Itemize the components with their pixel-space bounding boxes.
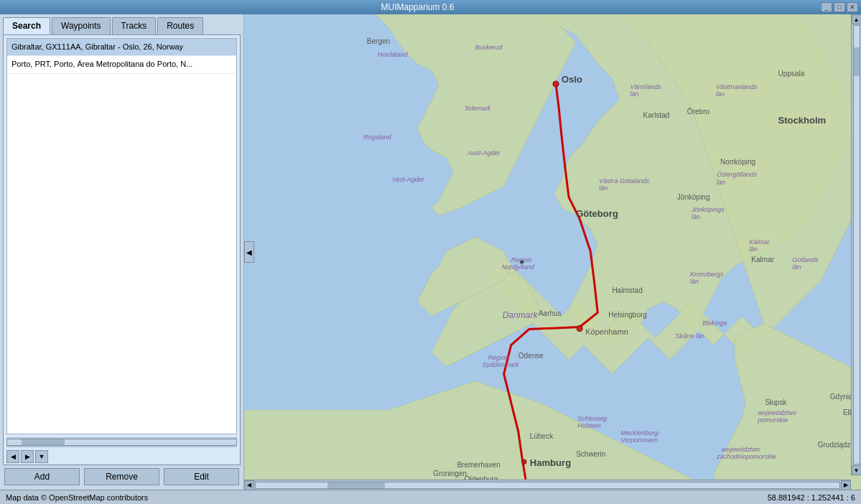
- city-label-stockholm: Stockholm: [778, 115, 826, 126]
- region-gotland: Gotlands: [793, 256, 819, 263]
- action-buttons: Add Remove Edit: [0, 465, 243, 490]
- map-view[interactable]: Oslo Stockholm Uppsala Göteborg Jönköpin…: [244, 14, 861, 490]
- region-syddanmark2: Syddanmark: [483, 361, 519, 368]
- tab-waypoints[interactable]: Waypoints: [52, 17, 111, 34]
- region-zachpom: województwo: [722, 446, 760, 453]
- title-bar: MUIMapparium 0.6 _ □ ✕: [0, 0, 861, 14]
- pagination-controls: ◀ ▶ ▼: [4, 449, 240, 465]
- region-vastragotaland2: län: [599, 185, 608, 192]
- scroll-left-arrow[interactable]: ◀: [244, 480, 254, 490]
- region-blekinge: Blekinge: [702, 319, 727, 327]
- region-skane: Skåne län: [676, 332, 704, 340]
- region-kronoberg: Kronobergs: [690, 271, 724, 278]
- city-label-groningen: Groningen: [433, 470, 467, 477]
- city-label-halmstad: Halmstad: [612, 286, 642, 294]
- coordinates-text: 58.881942 : 1.252441 : 6: [768, 493, 855, 502]
- region-mecklenburg2: Vorpommern: [620, 437, 658, 444]
- scrollbar-thumb[interactable]: [22, 439, 65, 445]
- close-button[interactable]: ✕: [847, 2, 858, 12]
- map-vertical-scrollbar[interactable]: ▲ ▼: [851, 14, 861, 475]
- region-buskerud: Buskerud: [475, 44, 503, 51]
- maximize-button[interactable]: □: [834, 2, 845, 12]
- map-svg: Oslo Stockholm Uppsala Göteborg Jönköpin…: [244, 14, 861, 490]
- horizontal-scrollbar[interactable]: [6, 437, 237, 447]
- city-label-aarhus: Aarhus: [539, 309, 562, 317]
- main-content: Search Waypoints Tracks Routes Gibraltar…: [0, 14, 861, 490]
- city-label-oslo: Oslo: [562, 74, 582, 85]
- sidebar-panel: Gibraltar, GX111AA, Gibraltar - Oslo, 26…: [3, 34, 241, 465]
- scroll-track-horizontal[interactable]: [255, 482, 840, 489]
- city-kopenhamn: [577, 325, 582, 331]
- small-marker: [520, 261, 523, 264]
- tab-bar: Search Waypoints Tracks Routes: [0, 14, 243, 34]
- scroll-thumb-vertical[interactable]: [854, 47, 860, 76]
- region-gotland2: län: [793, 263, 801, 271]
- region-nordjylland2: Nordjylland: [502, 263, 535, 271]
- region-vastmanland2: län: [716, 90, 725, 98]
- region-varmland: Värmlands: [630, 83, 662, 90]
- minimize-button[interactable]: _: [821, 2, 832, 12]
- status-bar: Map data © OpenStreetMap contributors 58…: [0, 490, 861, 504]
- city-label-hamburg: Hamburg: [530, 457, 571, 468]
- region-austagder: Aust-Agder: [467, 149, 501, 157]
- city-label-kopenhamn: Köpenhamn: [585, 327, 628, 336]
- city-oslo: [553, 81, 559, 87]
- region-kalmar: Kalmar: [749, 238, 771, 246]
- edit-button[interactable]: Edit: [164, 468, 239, 485]
- region-telemark: Telemark: [464, 105, 490, 112]
- region-varmland2: län: [630, 90, 639, 98]
- region-vestagder: Vest-Agder: [392, 176, 425, 183]
- city-label-slupsk: Słupsk: [765, 398, 787, 406]
- region-kalmar2: län: [749, 246, 758, 253]
- add-button[interactable]: Add: [4, 468, 80, 485]
- attribution-text: Map data © OpenStreetMap contributors: [6, 493, 148, 502]
- scroll-right-arrow[interactable]: ▶: [841, 480, 851, 490]
- region-syddanmark: Region: [488, 354, 509, 361]
- city-hamburg: [522, 459, 526, 464]
- app-title: MUIMapparium 0.6: [14, 2, 821, 12]
- scrollbar-track[interactable]: [6, 439, 237, 446]
- city-label-gdynia: Gdynia: [830, 393, 853, 401]
- city-label-jonkoping: Jönköping: [677, 193, 710, 201]
- city-label-schwerin: Schwerin: [576, 450, 605, 458]
- region-ostergotland: Östergötlands: [717, 172, 758, 179]
- tab-routes[interactable]: Routes: [157, 17, 203, 34]
- scroll-down-arrow[interactable]: ▼: [852, 465, 862, 475]
- region-hordaland: Hordaland: [378, 51, 409, 58]
- list-item[interactable]: Gibraltar, GX111AA, Gibraltar - Oslo, 26…: [7, 39, 236, 56]
- city-label-karlstad: Karlstad: [643, 111, 670, 119]
- prev-page-button[interactable]: ◀: [6, 450, 19, 463]
- scroll-down-button[interactable]: ▼: [35, 450, 48, 463]
- map-horizontal-scrollbar[interactable]: ◀ ▶: [244, 480, 851, 490]
- window-controls: _ □ ✕: [821, 2, 861, 12]
- city-label-uppsala: Uppsala: [778, 70, 804, 78]
- city-label-odense: Odense: [518, 352, 544, 360]
- scroll-track-vertical[interactable]: [853, 25, 860, 465]
- scroll-up-arrow[interactable]: ▲: [852, 14, 862, 24]
- city-label-bergen: Bergen: [367, 37, 390, 45]
- region-zachpom2: zachodniopomorskie: [716, 453, 776, 460]
- region-vastragotaland: Västra Götalands: [599, 177, 649, 185]
- tab-tracks[interactable]: Tracks: [112, 17, 157, 34]
- region-jonkopings2: län: [692, 213, 700, 220]
- next-page-button[interactable]: ▶: [21, 450, 34, 463]
- region-pom2: pomorskie: [757, 416, 788, 424]
- city-label-orebro: Örebro: [687, 108, 710, 116]
- city-label-goteborg: Göteborg: [576, 208, 618, 219]
- list-item[interactable]: Porto, PRT, Porto, Área Metropolitana do…: [7, 56, 236, 73]
- collapse-sidebar-button[interactable]: ◀: [244, 241, 254, 263]
- tab-search[interactable]: Search: [3, 17, 50, 34]
- region-mecklenburg: Mecklenburg-: [620, 429, 660, 437]
- results-list[interactable]: Gibraltar, GX111AA, Gibraltar - Oslo, 26…: [6, 38, 237, 434]
- region-schleswig: Schleswig-: [577, 415, 609, 422]
- region-ostergotland2: län: [717, 179, 725, 186]
- city-label-norrkoping: Norrköping: [720, 158, 755, 166]
- city-label-lubeck: Lübeck: [530, 432, 554, 440]
- scroll-thumb-horizontal[interactable]: [327, 482, 385, 488]
- city-label-grudziadz: Grudziądz: [818, 441, 851, 449]
- sidebar: Search Waypoints Tracks Routes Gibraltar…: [0, 14, 244, 490]
- region-vastmanland: Västmanlands: [716, 83, 758, 90]
- city-label-kalmar: Kalmar: [751, 256, 774, 263]
- region-schleswig2: Holstein: [577, 422, 601, 429]
- remove-button[interactable]: Remove: [84, 468, 159, 485]
